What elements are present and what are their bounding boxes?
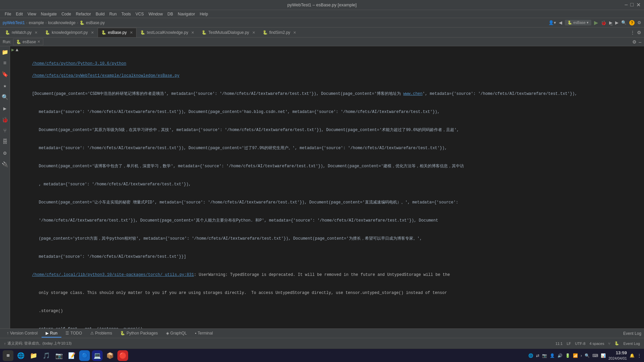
minimize-button[interactable]: – xyxy=(625,2,628,8)
line-col[interactable]: 11:1 xyxy=(555,342,562,346)
menu-item-navigator[interactable]: Navigator xyxy=(176,11,197,17)
taskbar-browser[interactable]: 🌐 xyxy=(15,350,26,361)
tab-esbase[interactable]: 🐍esBase.py✕ xyxy=(98,28,137,37)
script-path-link[interactable]: /home/cfets/gitea/pyWebTest1/example/loc… xyxy=(32,73,179,78)
menu-item-help[interactable]: Help xyxy=(198,11,210,17)
run-tab[interactable]: 🐍 esBase ✕ xyxy=(13,39,43,45)
taskbar-launcher[interactable]: ⊞ xyxy=(3,350,13,361)
run-debug[interactable]: 🐞 xyxy=(601,20,606,25)
sys-network[interactable]: 🌐 xyxy=(528,353,533,358)
tab-close-1[interactable]: ✕ xyxy=(91,31,94,35)
menu-item-code[interactable]: Code xyxy=(59,11,73,17)
tab-close-3[interactable]: ✕ xyxy=(191,31,194,35)
bottom-tab-terminal[interactable]: ▪Terminal xyxy=(191,329,217,338)
run-settings-icon[interactable]: ⚙ xyxy=(632,39,637,45)
sys-switch[interactable]: ⇄ xyxy=(536,353,539,358)
sidebar-plugins-icon[interactable]: 🔌 xyxy=(0,160,10,169)
menu-item-db[interactable]: DB xyxy=(165,11,175,17)
menu-item-view[interactable]: View xyxy=(25,11,38,17)
bottom-tab-problems[interactable]: ⚠Problems xyxy=(86,329,116,338)
menu-item-refactor[interactable]: Refactor xyxy=(74,11,93,17)
sidebar-structure-icon[interactable]: ≡ xyxy=(2,59,8,68)
sidebar-db-icon[interactable]: 🗄 xyxy=(1,137,9,146)
breadcrumb-module[interactable]: example xyxy=(29,20,44,25)
bottom-tab-python-packages[interactable]: 🐍Python Packages xyxy=(116,329,162,338)
sys-search[interactable]: 🔍 xyxy=(585,353,590,358)
tab-more-icon[interactable]: ⋮ xyxy=(630,30,635,35)
run-minimize-icon[interactable]: – xyxy=(639,39,641,45)
taskbar-photos[interactable]: 📷 xyxy=(54,350,64,361)
event-log[interactable]: Event Log xyxy=(623,342,640,346)
menu-item-run[interactable]: Run xyxy=(107,11,119,17)
breadcrumb-file[interactable]: esBase.py xyxy=(86,20,105,25)
sidebar-git-icon[interactable]: ⑂ xyxy=(2,127,8,135)
python-path-link[interactable]: /home/cfets/python/Python-3.10.6/python xyxy=(32,61,126,66)
tab-close-0[interactable]: ✕ xyxy=(35,31,38,35)
tab-findsim2[interactable]: 🐍findSim2.py✕ xyxy=(259,28,300,37)
bottom-tab-graphql[interactable]: ◈GraphQL xyxy=(162,329,191,338)
settings-icon[interactable]: ⚙ xyxy=(637,20,641,25)
maximize-button[interactable]: □ xyxy=(630,2,634,8)
search-icon[interactable]: 🔍 xyxy=(621,20,627,25)
tab-close-5[interactable]: ✕ xyxy=(293,31,296,35)
tab-testmutualdialogue[interactable]: 🐍TestMutualDialogue.py✕ xyxy=(198,28,259,37)
menu-item-window[interactable]: Window xyxy=(147,11,165,17)
breadcrumb-project[interactable]: pyWebTest1 xyxy=(3,20,25,25)
sys-notifications[interactable]: 🔔 xyxy=(630,353,635,358)
menu-item-vcs[interactable]: VCS xyxy=(133,11,146,17)
close-button[interactable]: ✕ xyxy=(636,2,641,8)
run-coverage[interactable]: ▶̲ xyxy=(609,20,612,25)
menu-item-file[interactable]: File xyxy=(3,11,13,17)
www-chen-link[interactable]: www.chen xyxy=(403,92,423,96)
charset[interactable]: UTF-8 xyxy=(575,342,585,346)
sys-wifi[interactable]: 📶 xyxy=(573,353,578,358)
tab-knowledgeimport[interactable]: 🐍knowledgeImport.py✕ xyxy=(41,28,97,37)
sys-battery[interactable]: 🔋 xyxy=(565,353,570,358)
menu-item-navigate[interactable]: Navigate xyxy=(39,11,59,17)
sidebar-favorites-icon[interactable]: ★ xyxy=(2,81,8,90)
run-green-arrow[interactable]: ▶ xyxy=(11,47,14,53)
tab-close-4[interactable]: ✕ xyxy=(252,31,255,35)
sidebar-project-icon[interactable]: 📁 xyxy=(0,48,10,57)
breadcrumb-folder[interactable]: localknowledge xyxy=(48,20,75,25)
user-icon[interactable]: 👤▾ xyxy=(548,20,556,25)
sidebar-run-icon[interactable]: ▶ xyxy=(2,104,8,113)
nav-back[interactable]: ◀ xyxy=(559,20,562,25)
taskbar-packages[interactable]: 📦 xyxy=(105,350,115,361)
tab-settings-icon[interactable]: ⚙ xyxy=(637,30,641,35)
sidebar-find-icon[interactable]: 🔍 xyxy=(0,93,10,102)
run-up-arrow[interactable]: ▲ xyxy=(15,47,18,53)
sys-volume[interactable]: 🔊 xyxy=(557,353,562,358)
indent-spaces[interactable]: 4 spaces xyxy=(589,342,604,346)
sys-chart[interactable]: 📊 xyxy=(601,353,606,358)
menu-item-build[interactable]: Build xyxy=(94,11,107,17)
tab-close-2[interactable]: ✕ xyxy=(130,31,133,35)
sys-user[interactable]: 👤 xyxy=(550,353,555,358)
run-play[interactable]: ▶ xyxy=(594,19,598,26)
torch-warning-link[interactable]: /home/cfets/.local/lib/python3.10/site-p… xyxy=(32,273,194,277)
esbase-run-label[interactable]: 🐍 esBase ▾ xyxy=(565,20,591,25)
event-log-bottom[interactable]: Event Log xyxy=(623,331,641,336)
taskbar-pycharm[interactable]: 💻 xyxy=(92,350,103,361)
nav-forward[interactable]: ▶ xyxy=(615,20,619,25)
sys-more[interactable]: ⋮ xyxy=(637,353,641,358)
sys-photo[interactable]: 📷 xyxy=(542,353,547,358)
tab-rematch[interactable]: 🐍reMatch.py✕ xyxy=(1,28,41,37)
taskbar-files[interactable]: 📁 xyxy=(28,350,39,361)
taskbar-terminal[interactable]: 🔴 xyxy=(117,350,128,361)
taskbar-notes[interactable]: 📝 xyxy=(66,350,77,361)
bottom-tab-todo[interactable]: ☰TODO xyxy=(61,329,86,338)
sidebar-bookmark-icon[interactable]: 🔖 xyxy=(0,70,10,79)
sidebar-settings-icon[interactable]: ⚙ xyxy=(2,148,8,158)
lf-encoding[interactable]: LF xyxy=(567,342,571,346)
menu-item-edit[interactable]: Edit xyxy=(14,11,25,17)
tab-testlocalknowledge[interactable]: 🐍testLocalKnowledge.py✕ xyxy=(137,28,198,37)
sys-keyboard[interactable]: ⌨ xyxy=(592,353,598,358)
bottom-tab-run[interactable]: ▶Run xyxy=(42,329,61,338)
taskbar-web[interactable]: 🔵 xyxy=(79,350,90,361)
bottom-tab-version-control[interactable]: ↑Version Control xyxy=(3,329,42,338)
sys-expand[interactable]: › xyxy=(581,353,582,358)
taskbar-music[interactable]: 🎵 xyxy=(41,350,52,361)
sidebar-debug-icon[interactable]: 🐞 xyxy=(0,115,10,125)
run-tab-close[interactable]: ✕ xyxy=(37,40,40,44)
